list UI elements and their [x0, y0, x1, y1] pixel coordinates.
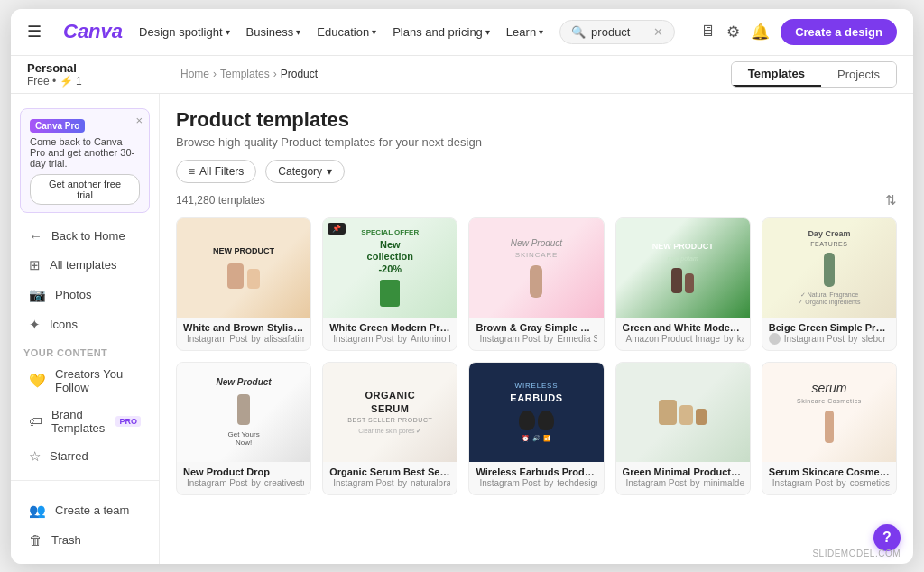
card-title: Brown & Gray Simple New Skincare...	[476, 322, 596, 333]
promo-badge: Canva Pro	[30, 119, 85, 133]
template-card[interactable]: NEW PRODUCT new potam Green and White Mo…	[615, 217, 751, 351]
card-title: New Product Drop	[183, 466, 304, 477]
card-title: White Green Modern Product Mark...	[329, 322, 450, 333]
nav-learn[interactable]: Learn ▾	[506, 25, 543, 39]
card-title: Serum Skincare Cosmetics	[769, 466, 890, 477]
card-author: Instagram Post by minimaldesigns	[623, 477, 744, 489]
card-author: Instagram Post by cosmeticsdesign	[769, 477, 890, 489]
page-subtitle: Browse high quality Product templates fo…	[176, 135, 897, 149]
grid-icon: ⊞	[29, 257, 41, 273]
chevron-down-icon: ▾	[296, 27, 300, 37]
chevron-down-icon: ▾	[226, 27, 230, 37]
team-icon: 👥	[29, 503, 46, 519]
sidebar-item-icons[interactable]: ✦ Icons	[16, 310, 153, 339]
sidebar-item-starred[interactable]: ☆ Starred	[16, 442, 153, 471]
card-author: Instagram Post by Antonino De Stefano	[329, 333, 450, 345]
page-title: Product templates	[176, 108, 897, 132]
notification-icon[interactable]: 🔔	[751, 23, 770, 42]
help-button[interactable]: ?	[873, 524, 901, 551]
sidebar-item-brand-templates[interactable]: 🏷 Brand Templates PRO	[16, 401, 153, 441]
template-card[interactable]: serum Skincare Cosmetics Serum Skincare …	[762, 362, 897, 495]
chevron-down-icon: ▾	[372, 27, 376, 37]
sidebar-item-creators[interactable]: 💛 Creators You Follow	[16, 361, 153, 401]
hamburger-icon[interactable]: ☰	[27, 22, 42, 42]
all-filters-button[interactable]: ≡ All Filters	[176, 160, 256, 183]
promo-button[interactable]: Get another free trial	[30, 174, 140, 205]
sidebar-label-photos: Photos	[55, 288, 91, 301]
sidebar-promo: × Canva Pro Come back to Canva Pro and g…	[20, 108, 150, 213]
tab-projects[interactable]: Projects	[821, 62, 896, 87]
app-window: ☰ Canva Design spotlight ▾ Business ▾ Ed…	[11, 9, 913, 564]
account-name: Personal	[27, 61, 158, 75]
breadcrumb: Home › Templates › Product	[180, 68, 722, 80]
template-card[interactable]: 📌 SPECIAL OFFER Newcollection-20% White …	[322, 217, 457, 351]
card-title: White and Brown Stylish Appliance...	[183, 322, 304, 333]
sidebar-label-brand: Brand Templates	[51, 408, 106, 435]
settings-icon[interactable]: ⚙	[726, 23, 740, 42]
breadcrumb-home[interactable]: Home	[180, 68, 209, 80]
sidebar-label-all-templates: All templates	[50, 258, 116, 272]
sort-icon[interactable]: ⇅	[885, 192, 897, 208]
sidebar-item-back[interactable]: ← Back to Home	[16, 222, 153, 250]
nav-design-spotlight[interactable]: Design spotlight ▾	[139, 25, 230, 39]
template-count: 141,280 templates	[176, 194, 265, 207]
template-card[interactable]: ORGANIC SERUM BEST SELLER PRODUCT Clear …	[322, 362, 457, 495]
breadcrumb-current: Product	[281, 68, 318, 80]
breadcrumb-templates[interactable]: Templates	[220, 68, 270, 80]
account-sub: Free • ⚡ 1	[27, 75, 158, 88]
nav-plans[interactable]: Plans and pricing ▾	[393, 25, 490, 39]
nav-education[interactable]: Education ▾	[317, 25, 376, 39]
sidebar: × Canva Pro Come back to Canva Pro and g…	[11, 94, 160, 564]
main-layout: × Canva Pro Come back to Canva Pro and g…	[11, 94, 913, 564]
template-card[interactable]: New Product Get YoursNow! New Product Dr…	[176, 362, 311, 495]
trash-icon: 🗑	[29, 532, 42, 548]
sidebar-section-your-content: Your Content	[11, 340, 159, 360]
pro-badge: PRO	[116, 416, 141, 427]
canva-logo: Canva	[63, 20, 123, 43]
card-author: Instagram Post by techdesigner	[476, 477, 596, 489]
content-area: Product templates Browse high quality Pr…	[160, 94, 913, 564]
sidebar-item-trash[interactable]: 🗑 Trash	[16, 526, 153, 554]
card-title: Organic Serum Best Seller Product	[329, 466, 450, 477]
template-card[interactable]: NEW PRODUCT White and Brown Stylish Appl…	[176, 217, 311, 351]
card-author: Instagram Post by slebor	[769, 333, 890, 345]
template-card[interactable]: Day Cream FEATURES ✓ Natural Fragrance✓ …	[762, 217, 897, 351]
template-card[interactable]: Green Minimal Product Photo Instagram Po…	[615, 362, 751, 495]
tab-group: Templates Projects	[731, 61, 897, 88]
filter-row: ≡ All Filters Category ▾	[176, 160, 897, 183]
chevron-down-icon: ▾	[485, 27, 490, 37]
card-author: Amazon Product Image by kavilaws	[623, 333, 744, 345]
search-icon: 🔍	[571, 25, 586, 39]
clear-search-icon[interactable]: ✕	[653, 25, 663, 39]
sidebar-item-photos[interactable]: 📷 Photos	[16, 281, 153, 309]
sidebar-bottom: 👥 Create a team 🗑 Trash	[11, 480, 159, 554]
pin-badge: 📌	[328, 223, 346, 235]
all-filters-label: All Filters	[199, 165, 244, 178]
brand-icon: 🏷	[29, 413, 42, 429]
monitor-icon[interactable]: 🖥	[700, 23, 716, 41]
template-card[interactable]: New Product SKINCARE Brown & Gray Simple…	[468, 217, 604, 351]
topnav-right-icons: 🖥 ⚙ 🔔 Create a design	[700, 19, 897, 45]
filter-icon: ≡	[189, 165, 195, 178]
card-title: Wireless Earbuds Product Showcase	[476, 466, 596, 477]
category-filter-button[interactable]: Category ▾	[265, 160, 345, 183]
card-author: Instagram Post by Ermedia Studio	[476, 333, 596, 345]
count-row: 141,280 templates ⇅	[176, 192, 897, 208]
card-title: Green and White Modern Skincare...	[623, 322, 744, 333]
template-card[interactable]: WIRELESS EARBUDS ⏰ 🔊 📶	[468, 362, 604, 495]
sidebar-item-create-team[interactable]: 👥 Create a team	[16, 496, 153, 525]
breadcrumb-sep2: ›	[273, 68, 277, 80]
promo-close-icon[interactable]: ×	[135, 114, 143, 127]
tab-templates[interactable]: Templates	[732, 62, 821, 87]
chevron-down-icon: ▾	[539, 27, 543, 37]
card-author: Instagram Post by naturalbrand	[329, 477, 450, 489]
category-label: Category	[278, 165, 322, 178]
card-author: Instagram Post by alissafatima	[183, 333, 304, 345]
nav-business[interactable]: Business ▾	[246, 25, 301, 39]
subheader: Personal Free • ⚡ 1 Home › Templates › P…	[11, 56, 913, 94]
breadcrumb-sep: ›	[213, 68, 217, 80]
sidebar-item-all-templates[interactable]: ⊞ All templates	[16, 251, 153, 280]
chevron-down-icon: ▾	[327, 165, 332, 178]
create-design-button[interactable]: Create a design	[781, 19, 897, 45]
search-input[interactable]	[591, 25, 648, 39]
